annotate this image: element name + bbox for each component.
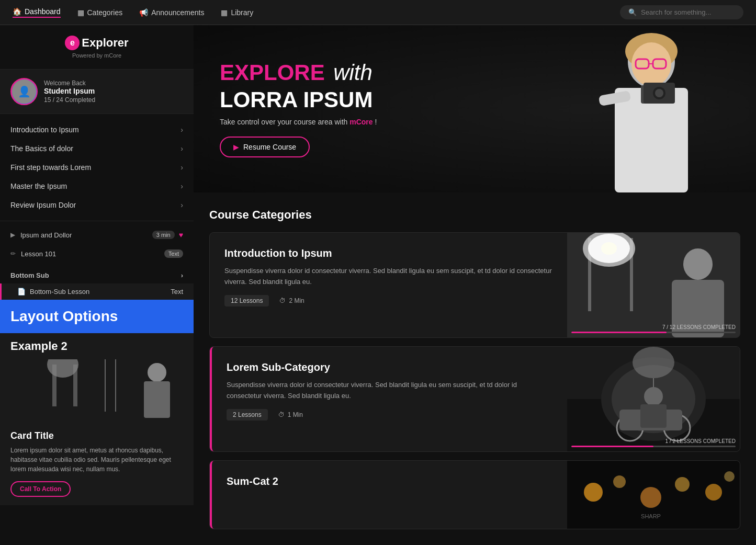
lesson-ipsum-dollor[interactable]: ▶ Ipsum and Dollor 3 min ♥ <box>0 225 194 244</box>
chevron-right-icon-3: › <box>180 163 183 172</box>
search-icon: 🔍 <box>628 8 637 16</box>
progress-bar-1 <box>571 332 736 333</box>
sidebar-card: Card Title Lorem ipsum dolor sit amet, m… <box>0 359 194 505</box>
svg-point-46 <box>705 484 722 501</box>
course-lorem-title: Lorem Sub-Category <box>227 361 552 373</box>
course-sumcat-title: Sum-Cat 2 <box>227 475 552 487</box>
lesson-label-2: Lesson 101 <box>21 250 56 258</box>
svg-text:SHARP: SHARP <box>641 513 661 519</box>
user-progress: 15 / 24 Completed <box>44 96 95 104</box>
card-title: Card Title <box>10 430 183 441</box>
nav-categories-label: Categories <box>87 8 123 17</box>
chevron-right-icon: › <box>180 126 183 134</box>
progress-container-2: 1 / 2 LESSONS COMPLETED <box>571 438 736 447</box>
course-card-intro: Introduction to Ipsum Suspendisse viverr… <box>209 232 740 338</box>
progress-fill-2 <box>571 446 653 447</box>
nav-announcements[interactable]: 📢 Announcements <box>139 8 204 17</box>
resume-button[interactable]: ▶ Resume Course <box>220 137 310 157</box>
home-icon: 🏠 <box>13 7 21 16</box>
duration-label-1: 2 Min <box>289 297 304 304</box>
nav-dashboard[interactable]: 🏠 Dashboard <box>13 7 61 18</box>
course-card-lorem-wrapper: Lorem Sub-Category Suspendisse viverra d… <box>209 346 740 452</box>
bottom-sub-lesson[interactable]: 📄 Bottom-Sub Lesson Text <box>0 283 194 300</box>
user-info: Welcome Back Student Ipsum 15 / 24 Compl… <box>44 80 95 104</box>
course-card-lorem: Lorem Sub-Category Suspendisse viverra d… <box>210 347 740 451</box>
hero-brand: mCore <box>349 118 373 126</box>
progress-fill-1 <box>571 332 667 333</box>
course-card-sumcat-wrapper: Sum-Cat 2 SHARP <box>209 460 740 529</box>
grid-icon: ▦ <box>77 8 84 17</box>
nav-categories[interactable]: ▦ Categories <box>77 8 123 17</box>
menu-item-first-step[interactable]: First step towards Lorem › <box>0 158 194 177</box>
menu-item-review[interactable]: Review Ipsum Dolor › <box>0 196 194 214</box>
svg-rect-5 <box>105 359 106 412</box>
menu-item-basics[interactable]: The Basics of dolor › <box>0 139 194 158</box>
svg-point-47 <box>724 471 735 482</box>
card-body: Card Title Lorem ipsum dolor sit amet, m… <box>0 422 194 505</box>
nav-items: 🏠 Dashboard ▦ Categories 📢 Announcements… <box>13 7 620 18</box>
nav-announcements-label: Announcements <box>151 8 204 17</box>
course-card-intro-body: Introduction to Ipsum Suspendisse viverr… <box>210 233 567 337</box>
chevron-right-icon-sub: › <box>181 271 183 279</box>
megaphone-icon: 📢 <box>139 8 148 17</box>
menu-item-master[interactable]: Master the Ipsum › <box>0 177 194 196</box>
play-icon: ▶ <box>10 231 15 239</box>
avatar-inner: 👤 <box>12 80 36 104</box>
menu-label-master: Master the Ipsum <box>10 182 67 190</box>
sidebar-user: 👤 Welcome Back Student Ipsum 15 / 24 Com… <box>0 70 194 114</box>
search-input[interactable] <box>641 8 735 16</box>
hero-person-svg <box>583 30 719 192</box>
doc-icon: 📄 <box>17 288 26 296</box>
heart-icon: ♥ <box>179 231 183 239</box>
course-card-1-wrapper: Introduction to Ipsum Suspendisse viverr… <box>209 232 740 338</box>
library-icon: ▦ <box>221 8 228 17</box>
hero-sub-text: Take control over your course area with <box>220 118 347 126</box>
nav-library-label: Library <box>231 8 253 17</box>
course-lorem-image-svg <box>567 347 740 451</box>
menu-label-review: Review Ipsum Dolor <box>10 201 76 209</box>
course-intro-meta: 12 Lessons ⏱ 2 Min <box>224 295 552 306</box>
main-content: EXPLORE with LORRA IPSUM Take control ov… <box>194 25 756 545</box>
bottom-sub-badge: Text <box>171 288 183 296</box>
course-lorem-image: 1 / 2 LESSONS COMPLETED <box>567 347 740 451</box>
svg-point-44 <box>640 487 661 508</box>
example-overlay: Example 2 <box>0 333 194 359</box>
hero-explore: EXPLORE <box>220 60 325 85</box>
svg-point-26 <box>683 248 713 280</box>
menu-label-intro: Introduction to Ipsum <box>10 126 79 134</box>
bottom-sub-lesson-label: Bottom-Sub Lesson <box>30 288 89 296</box>
progress-container-1: 7 / 12 LESSONS COMPLETED <box>571 324 736 333</box>
logo: e Explorer <box>10 36 183 50</box>
lessons-badge-2: 2 Lessons <box>227 409 268 421</box>
chevron-right-icon-4: › <box>180 182 183 190</box>
powered-by: Powered by mCore <box>10 52 183 59</box>
hero-banner: EXPLORE with LORRA IPSUM Take control ov… <box>194 25 756 192</box>
course-card-lorem-body: Lorem Sub-Category Suspendisse viverra d… <box>212 347 567 451</box>
menu-label-first-step: First step towards Lorem <box>10 163 91 172</box>
duration-1: ⏱ 2 Min <box>279 297 304 304</box>
menu-item-intro[interactable]: Introduction to Ipsum › <box>0 120 194 139</box>
layout-options-banner: Layout Options <box>0 300 194 333</box>
duration-2: ⏱ 1 Min <box>278 411 303 418</box>
nav-library[interactable]: ▦ Library <box>221 8 253 17</box>
resume-button-label: Resume Course <box>243 143 296 151</box>
clock-icon-1: ⏱ <box>279 297 286 304</box>
bottom-sub-menu[interactable]: Bottom Sub › <box>0 267 194 283</box>
progress-label-2: 1 / 2 LESSONS COMPLETED <box>571 438 736 444</box>
lesson-label-1: Ipsum and Dollor <box>20 231 72 239</box>
cta-button[interactable]: Call To Action <box>10 481 71 497</box>
svg-point-38 <box>644 387 663 406</box>
welcome-text: Welcome Back <box>44 80 95 87</box>
course-lorem-meta: 2 Lessons ⏱ 1 Min <box>227 409 552 421</box>
lesson-left-1: ▶ Ipsum and Dollor <box>10 231 72 239</box>
search-bar[interactable]: 🔍 <box>620 5 743 19</box>
lesson-101[interactable]: ✏ Lesson 101 Text <box>0 244 194 263</box>
svg-rect-39 <box>640 404 667 428</box>
svg-point-43 <box>613 475 626 488</box>
hero-sub: Take control over your course area with … <box>220 118 377 126</box>
svg-rect-7 <box>144 381 170 418</box>
resume-play-icon: ▶ <box>233 143 239 151</box>
clock-icon-2: ⏱ <box>278 411 285 418</box>
bottom-sub-left: 📄 Bottom-Sub Lesson <box>17 288 89 296</box>
top-nav: 🏠 Dashboard ▦ Categories 📢 Announcements… <box>0 0 756 25</box>
